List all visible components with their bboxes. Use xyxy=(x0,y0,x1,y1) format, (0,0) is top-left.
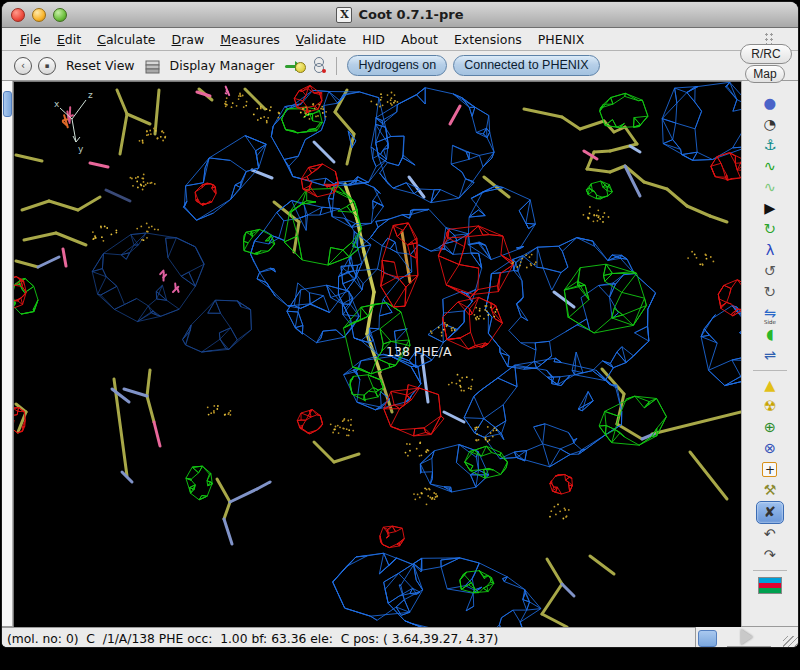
auto-fit-rotamer-icon[interactable]: λ xyxy=(757,240,783,261)
fixed-atoms-icon[interactable]: ∿ xyxy=(757,177,783,198)
real-space-refine-icon[interactable]: ⚓ xyxy=(757,135,783,156)
regularize-zone-icon[interactable]: ∿ xyxy=(757,156,783,177)
svg-text:x: x xyxy=(54,99,60,109)
menu-edit[interactable]: Edit xyxy=(49,30,89,49)
add-terminal-residue-icon[interactable]: ⊕ xyxy=(757,417,783,438)
atom-status-text: (mol. no: 0) C /1/A/138 PHE occ: 1.00 bf… xyxy=(7,632,498,646)
main-toolbar: ‹ ▪ Reset View Display Manager Hydrogens… xyxy=(2,51,798,81)
bottom-scrollbar-thumb[interactable] xyxy=(698,630,717,647)
menu-extensions[interactable]: Extensions xyxy=(446,30,530,49)
delete-item-icon[interactable]: ✘ xyxy=(756,501,784,524)
map-button[interactable]: Map xyxy=(745,65,785,83)
display-manager-icon[interactable] xyxy=(145,59,160,73)
go-to-ligand-icon[interactable] xyxy=(312,57,326,74)
refine-sphere-icon[interactable]: ● xyxy=(757,93,783,114)
status-box: (mol. no: 0) C /1/A/138 PHE occ: 1.00 bf… xyxy=(2,627,696,647)
rrc-button[interactable]: R/RC xyxy=(740,44,792,64)
refmac-flag-icon[interactable] xyxy=(758,577,782,594)
rigid-body-fit-icon[interactable]: ▶ xyxy=(757,198,783,219)
molecular-viewport[interactable]: xzy138 PHE/A xyxy=(13,81,741,627)
refine-range-icon[interactable]: ◔ xyxy=(757,114,783,135)
statusbar-corner xyxy=(719,627,798,647)
minimize-button[interactable] xyxy=(32,8,46,22)
side-chain-180-flip-icon[interactable]: ◖Side xyxy=(757,324,783,345)
menu-phenix[interactable]: PHENIX xyxy=(530,30,592,49)
resize-handle[interactable] xyxy=(727,646,771,647)
undo-icon[interactable]: ↶ xyxy=(757,524,783,545)
menu-validate[interactable]: Validate xyxy=(288,30,354,49)
clear-pending-picks-icon[interactable]: ⚒ xyxy=(757,480,783,501)
play-icon[interactable] xyxy=(741,629,753,645)
zoom-button[interactable] xyxy=(53,8,67,22)
close-button[interactable] xyxy=(11,8,25,22)
svg-text:z: z xyxy=(88,90,93,100)
simple-mutate-icon[interactable]: ☢ xyxy=(757,396,783,417)
reset-view-button[interactable]: Reset View xyxy=(62,58,139,73)
rotate-translate-icon[interactable]: ↻ xyxy=(757,219,783,240)
edit-chi-angles-icon[interactable]: ↺ xyxy=(757,261,783,282)
menu-bar: FileEditCalculateDrawMeasuresValidateHID… xyxy=(2,28,798,51)
place-atom-at-pointer-icon[interactable]: + xyxy=(757,459,783,480)
window-title: Coot 0.7.1-pre xyxy=(358,7,463,22)
menu-about[interactable]: About xyxy=(393,30,446,49)
electron-density-scene: xzy138 PHE/A xyxy=(14,82,741,627)
window-controls xyxy=(11,8,67,22)
left-scrollbar-thumb[interactable] xyxy=(3,91,12,117)
menu-drag-grip[interactable] xyxy=(764,32,774,44)
mutate-auto-fit-icon[interactable]: ▲ xyxy=(757,375,783,396)
window-resize-grip[interactable] xyxy=(783,636,798,647)
svg-text:y: y xyxy=(78,144,84,154)
display-manager-button[interactable]: Display Manager xyxy=(166,58,279,73)
menu-draw[interactable]: Draw xyxy=(164,30,213,49)
add-alt-conf-icon[interactable]: ⊗ xyxy=(757,438,783,459)
tool-strip: ●◔⚓∿∿▶↻λ↺↻⇋◖Side⇌▲☢⊕⊗+⚒✘↶↷ xyxy=(742,93,798,594)
phenix-connection-button[interactable]: Connected to PHENIX xyxy=(453,55,599,76)
go-to-atom-icon[interactable] xyxy=(284,58,306,74)
hydrogens-toggle-button[interactable]: Hydrogens on xyxy=(347,55,447,76)
coot-window: X Coot 0.7.1-pre FileEditCalculateDrawMe… xyxy=(2,2,798,647)
menu-measures[interactable]: Measures xyxy=(212,30,288,49)
model-fit-refine-panel: ●◔⚓∿∿▶↻λ↺↻⇋◖Side⇌▲☢⊕⊗+⚒✘↶↷ xyxy=(741,81,798,626)
tool-separator xyxy=(753,370,787,371)
go-back-icon[interactable]: ‹ xyxy=(14,57,32,75)
menu-calculate[interactable]: Calculate xyxy=(89,30,163,49)
tool-separator xyxy=(753,570,787,571)
torsion-general-icon[interactable]: ↻ xyxy=(757,282,783,303)
x11-icon: X xyxy=(336,7,352,23)
toolbar-separator xyxy=(336,57,337,75)
menu-file[interactable]: File xyxy=(12,30,49,49)
residue-label: 138 PHE/A xyxy=(386,344,452,359)
jiggle-fit-icon[interactable]: ⇌ xyxy=(757,345,783,366)
left-scrollbar[interactable] xyxy=(2,81,13,626)
main-area: xzy138 PHE/A ●◔⚓∿∿▶↻λ↺↻⇋◖Side⇌▲☢⊕⊗+⚒✘↶↷ xyxy=(2,81,798,626)
recenter-icon[interactable]: ▪ xyxy=(38,57,56,75)
redo-icon[interactable]: ↷ xyxy=(757,545,783,566)
menu-hid[interactable]: HID xyxy=(354,30,393,49)
status-bar: (mol. no: 0) C /1/A/138 PHE occ: 1.00 bf… xyxy=(2,626,798,647)
title-bar[interactable]: X Coot 0.7.1-pre xyxy=(2,2,798,28)
